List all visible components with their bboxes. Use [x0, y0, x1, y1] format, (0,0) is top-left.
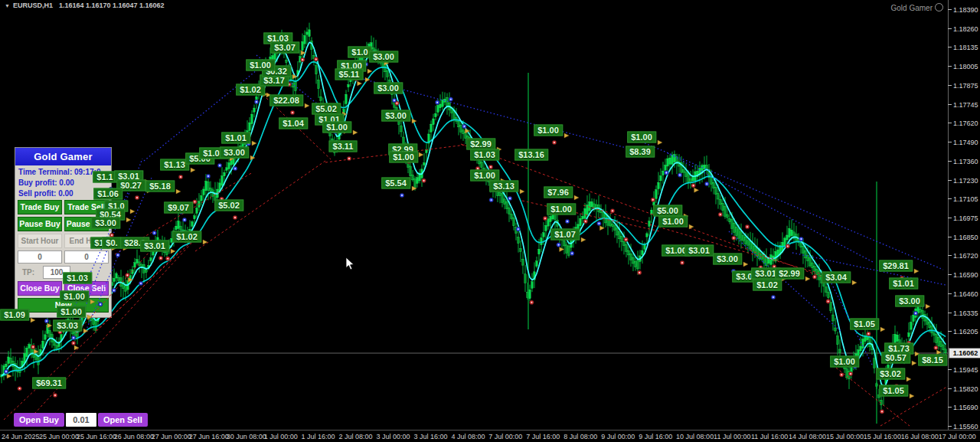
price-axis[interactable]: 1.16062 1.183901.182601.181351.180051.17… [948, 0, 980, 430]
time-tick-label: 7 Jul 00:00 [488, 433, 522, 440]
time-tick-label: 27 Jun 00:00 [152, 433, 191, 440]
time-tick-label: 3 Jul 00:00 [377, 433, 410, 440]
price-tick-label: 1.15820 [953, 385, 978, 393]
time-tick-label: 27 Jun 16:00 [189, 433, 229, 440]
open-buy-button[interactable]: Open Buy [14, 413, 64, 427]
price-tick-label: 1.18260 [953, 25, 978, 33]
time-tick-label: 30 Jun 08:00 [227, 433, 266, 440]
price-tick-label: 1.16205 [953, 328, 978, 336]
ohlc-readout: 1.16164 1.16170 1.16047 1.16062 [59, 2, 165, 9]
time-axis[interactable]: 24 Jun 202525 Jun 00:0025 Jun 16:0026 Ju… [0, 430, 980, 442]
price-tick-label: 1.17105 [953, 195, 978, 203]
time-tick-label: 16 Jul 08:00 [901, 433, 939, 440]
trades-overlay-layer [0, 0, 948, 430]
price-tick-label: 1.16335 [953, 309, 978, 317]
price-tick-label: 1.16850 [953, 234, 978, 241]
open-sell-button[interactable]: Open Sell [98, 413, 148, 427]
time-tick-label: 1 Jul 00:00 [264, 433, 298, 440]
time-tick-label: 15 Jul 00:00 [826, 433, 864, 440]
time-tick-label: 26 Jun 08:00 [114, 433, 154, 440]
time-tick-label: 11 Jul 16:00 [751, 433, 788, 440]
price-tick-label: 1.18005 [953, 63, 978, 70]
lot-size-input[interactable]: 0.01 [66, 413, 96, 427]
price-tick-label: 1.17230 [953, 177, 978, 185]
price-tick-label: 1.17490 [953, 139, 978, 146]
price-tick-label: 1.16590 [953, 271, 978, 279]
time-tick-label: 3 Jul 16:00 [413, 433, 447, 440]
symbol-timeframe: EURUSD,H1 [13, 2, 53, 9]
price-tick-label: 1.18135 [953, 44, 978, 51]
time-tick-label: 9 Jul 00:00 [601, 433, 635, 440]
price-tick-label: 1.17620 [953, 120, 978, 127]
time-tick-label: 4 Jul 08:00 [451, 433, 485, 440]
chart-window: ▼EURUSD,H11.16164 1.16170 1.16047 1.1606… [0, 0, 980, 442]
current-price-box: 1.16062 [949, 348, 980, 359]
time-tick-label: 25 Jun 00:00 [39, 433, 79, 440]
price-tick-label: 1.15690 [953, 404, 978, 411]
time-tick-label: 10 Jul 08:00 [676, 433, 714, 440]
time-tick-label: 2 Jul 08:00 [339, 433, 373, 440]
time-tick-label: 8 Jul 08:00 [564, 433, 597, 440]
price-tick-label: 1.17875 [953, 82, 978, 90]
price-tick-label: 1.16460 [953, 290, 978, 298]
symbol-dropdown-icon[interactable]: ▼ [5, 3, 10, 8]
time-tick-label: 1 Jul 16:00 [302, 433, 335, 440]
ea-watermark-label: Gold Gamer [891, 4, 933, 12]
price-tick-label: 1.17745 [953, 101, 978, 109]
ea-watermark: Gold Gamer [891, 3, 943, 12]
smiley-icon[interactable] [935, 3, 943, 11]
quick-trade-bar: Open Buy 0.01 Open Sell [14, 413, 148, 427]
time-tick-label: 11 Jul 00:00 [714, 433, 750, 440]
time-tick-label: 15 Jul 16:00 [864, 433, 901, 440]
chart-canvas[interactable]: $69.31$1.09$3.03$1.03$1.00$1.00$1.1$3.01… [0, 0, 948, 430]
time-tick-label: 9 Jul 16:00 [639, 433, 672, 440]
time-tick-label: 25 Jun 16:00 [77, 433, 116, 440]
time-tick-label: 7 Jul 16:00 [526, 433, 560, 440]
time-tick-label: 14 Jul 08:00 [789, 433, 826, 440]
price-tick-label: 1.16975 [953, 214, 978, 222]
chart-title-bar: ▼EURUSD,H11.16164 1.16170 1.16047 1.1606… [0, 0, 980, 11]
mouse-cursor [345, 257, 356, 274]
price-tick-label: 1.16720 [953, 252, 978, 260]
time-tick-label: 24 Jun 2025 [2, 433, 40, 440]
price-tick-label: 1.17360 [953, 158, 978, 165]
price-tick-label: 1.15945 [953, 366, 978, 374]
time-tick-label: 17 Jul 00:00 [939, 433, 976, 440]
